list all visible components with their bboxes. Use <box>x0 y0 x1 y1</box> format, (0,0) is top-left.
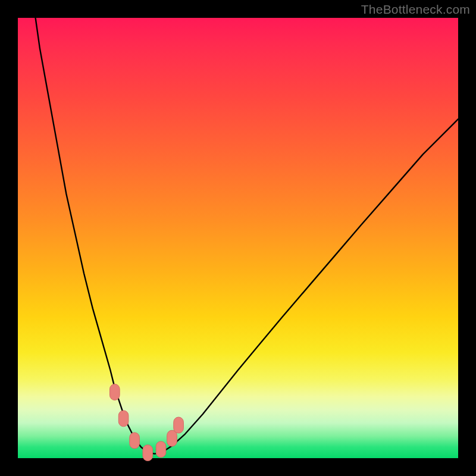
bottleneck-curve <box>36 18 458 454</box>
chart-stage: TheBottleneck.com <box>0 0 476 476</box>
plot-svg <box>18 18 458 458</box>
marker-point <box>174 417 184 433</box>
plot-area <box>18 18 458 458</box>
highlight-markers <box>110 384 184 461</box>
marker-point <box>130 433 140 449</box>
marker-point <box>143 445 153 461</box>
marker-point <box>110 384 120 400</box>
marker-point <box>167 430 177 446</box>
marker-point <box>156 441 166 458</box>
marker-point <box>118 411 129 427</box>
watermark-text: TheBottleneck.com <box>361 2 470 17</box>
